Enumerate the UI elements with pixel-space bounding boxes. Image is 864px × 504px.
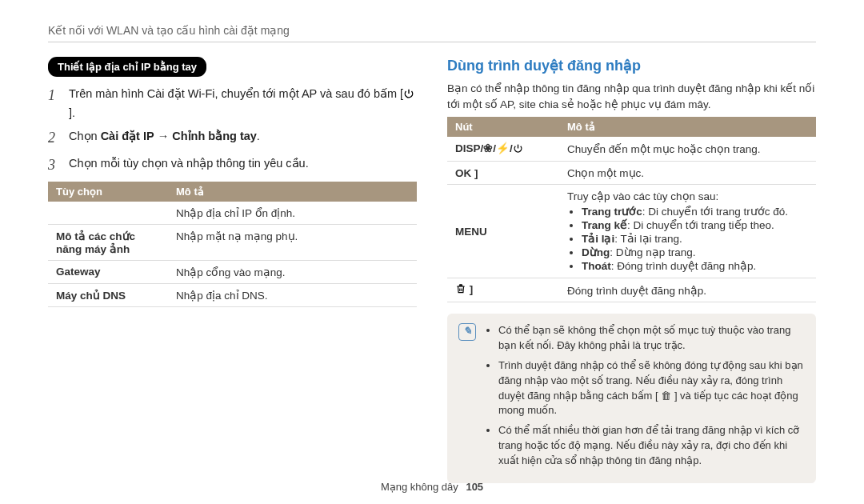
note-list: Có thể bạn sẽ không thể chọn một số mục … [486,323,805,474]
macro-icon: ❀ [483,142,493,154]
step-text: Trên màn hình Cài đặt Wi-Fi, chuyển tới … [69,85,417,122]
list-item: Trang kế: Di chuyển tới trang tiếp theo. [582,218,808,231]
timer-icon [513,143,523,156]
note-box: ✎ Có thể bạn sẽ không thể chọn một số mụ… [447,314,816,483]
table-row: Mô tả các chức năng máy ảnh Nhập mặt nạ … [48,224,417,260]
steps-list: 1 Trên màn hình Cài đặt Wi-Fi, chuyển tớ… [48,85,417,177]
col-header-desc: Mô tả [559,117,816,137]
table-row: Nhập địa chỉ IP ổn định. [48,202,417,225]
step-text: Chọn Cài đặt IP → Chỉnh bằng tay. [69,127,260,150]
button-cell: DISP/❀/⚡/ [447,137,559,162]
note-item: Trình duyệt đăng nhập có thể sẽ không đó… [498,358,805,418]
step-1: 1 Trên màn hình Cài đặt Wi-Fi, chuyển tớ… [48,85,417,122]
options-table: Tùy chọn Mô tả Nhập địa chỉ IP ổn định. … [48,182,417,307]
button-cell: MENU [447,185,559,278]
list-item: Trang trước: Di chuyển tới trang trước đ… [582,205,808,218]
col-header-option: Tùy chọn [48,182,168,202]
footer-section: Mạng không dây [381,481,458,493]
col-header-desc: Mô tả [168,182,417,202]
page: Kết nối với WLAN và tạo cấu hình cài đặt… [0,0,864,504]
table-row: Gateway Nhập cổng vào mạng. [48,260,417,283]
step-number: 2 [48,127,61,150]
table-row: OK ] Chọn một mục. [447,162,816,185]
breadcrumb: Kết nối với WLAN và tạo cấu hình cài đặt… [48,24,816,42]
list-item: Tải lại: Tải lại trang. [582,232,808,245]
page-footer: Mạng không dây 105 [0,481,864,493]
step-2: 2 Chọn Cài đặt IP → Chỉnh bằng tay. [48,127,417,150]
list-item: Thoát: Đóng trình duyệt đăng nhập. [582,259,808,272]
table-row: Máy chủ DNS Nhập địa chỉ DNS. [48,283,417,306]
button-cell: OK ] [447,162,559,185]
table-row: MENU Truy cập vào các tùy chọn sau: Tran… [447,185,816,278]
menu-options-list: Trang trước: Di chuyển tới trang trước đ… [567,205,808,272]
buttons-table: Nút Mô tả DISP/❀/⚡/ Chuyển đến một mục h… [447,117,816,302]
step-number: 3 [48,154,61,177]
step-3: 3 Chọn mỗi tùy chọn và nhập thông tin yê… [48,154,417,177]
left-column: Thiết lập địa chỉ IP bằng tay 1 Trên màn… [48,57,417,483]
step-number: 1 [48,85,61,122]
page-number: 105 [466,481,483,493]
note-item: Có thể mất nhiều thời gian hơn để tải tr… [498,423,805,469]
note-item: Có thể bạn sẽ không thể chọn một số mục … [498,323,805,354]
button-cell: ] [447,278,559,302]
intro-text: Bạn có thể nhập thông tin đăng nhập qua … [447,81,816,112]
note-icon: ✎ [458,323,476,341]
subsection-pill: Thiết lập địa chỉ IP bằng tay [48,57,206,77]
table-row: ] Đóng trình duyệt đăng nhập. [447,278,816,302]
menu-cell: Truy cập vào các tùy chọn sau: Trang trư… [559,185,816,278]
flash-icon: ⚡ [496,142,510,154]
power-icon [403,86,414,104]
list-item: Dừng: Dừng nạp trang. [582,246,808,258]
table-row: DISP/❀/⚡/ Chuyển đến một mục hoặc chọn t… [447,137,816,162]
right-column: Dùng trình duyệt đăng nhập Bạn có thể nh… [447,57,816,483]
content-columns: Thiết lập địa chỉ IP bằng tay 1 Trên màn… [48,57,816,483]
section-title: Dùng trình duyệt đăng nhập [447,57,816,74]
step-text: Chọn mỗi tùy chọn và nhập thông tin yêu … [69,154,309,177]
col-header-button: Nút [447,117,559,137]
trash-icon [455,283,466,297]
